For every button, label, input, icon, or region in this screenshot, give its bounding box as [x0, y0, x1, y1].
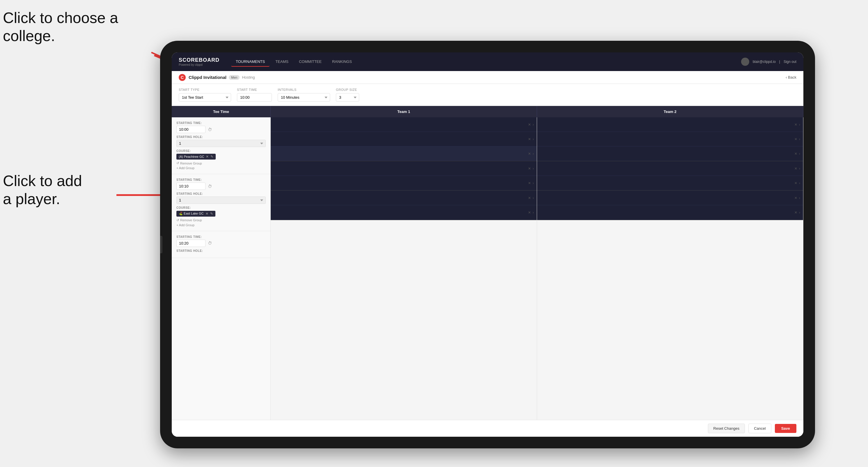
hole-select-1[interactable]: 1	[176, 140, 266, 147]
table-body: STARTING TIME: ⏱ STARTING HOLE: 1 COURSE…	[172, 117, 803, 420]
slot-chevron-icon[interactable]: ›	[533, 152, 534, 156]
slot-x-icon[interactable]: ✕	[528, 166, 531, 170]
team1-group3-slots: ✕ › ✕ ›	[271, 191, 537, 220]
slot-chevron-icon[interactable]: ›	[799, 152, 800, 156]
nav-brand-title: SCOREBOARD	[179, 57, 219, 63]
start-type-label: Start Type	[179, 88, 231, 91]
team2-g3-slot2[interactable]: ✕ ›	[537, 205, 803, 220]
nav-link-rankings[interactable]: RANKINGS	[328, 57, 356, 67]
tablet-shell: SCOREBOARD Powered by clippd TOURNAMENTS…	[160, 41, 815, 448]
nav-link-tournaments[interactable]: TOURNAMENTS	[231, 57, 270, 67]
tablet-screen: SCOREBOARD Powered by clippd TOURNAMENTS…	[172, 53, 803, 437]
slot-chevron-icon[interactable]: ›	[799, 196, 800, 200]
team2-group2-slots: ✕ › ✕ ›	[537, 161, 803, 191]
nav-separator: |	[779, 60, 780, 64]
time-input-1[interactable]	[176, 126, 206, 133]
clock-icon-2: ⏱	[208, 184, 212, 189]
add-group-btn-2[interactable]: + Add Group	[176, 223, 266, 227]
start-time-input[interactable]	[237, 93, 272, 102]
team2-g2-slot2[interactable]: ✕ ›	[537, 176, 803, 190]
slot-chevron-icon[interactable]: ›	[533, 137, 534, 141]
starting-time-label-3: STARTING TIME:	[176, 235, 266, 239]
remove-group-btn-2[interactable]: ↺ Remove Group	[176, 218, 266, 222]
course-tag-2: ⛳ East Lake GC ✕ ✎	[176, 211, 215, 217]
slot-x-icon[interactable]: ✕	[794, 166, 797, 170]
slot-chevron-icon[interactable]: ›	[799, 166, 800, 170]
sub-header-logo: C	[179, 74, 186, 81]
nav-link-teams[interactable]: TEAMS	[271, 57, 293, 67]
course-tag-row-1: (A) Peachtree GC ✕ ✎	[176, 154, 266, 160]
slot-x-icon[interactable]: ✕	[528, 152, 531, 156]
slot-x-icon[interactable]: ✕	[794, 152, 797, 156]
sign-out-link[interactable]: Sign out	[783, 60, 796, 64]
action-bar: Reset Changes Cancel Save	[172, 420, 803, 437]
course-edit-1[interactable]: ✎	[211, 155, 213, 159]
team2-column: ✕ › ✕ › ✕ ›	[537, 117, 803, 420]
time-input-3[interactable]	[176, 240, 206, 247]
tablet-side-button	[160, 236, 162, 253]
team1-g3-slot2[interactable]: ✕ ›	[271, 205, 537, 220]
team1-group1-slots: ✕ › ✕ › ✕ ›	[271, 117, 537, 161]
slot-x-icon[interactable]: ✕	[794, 211, 797, 215]
team1-g2-slot2[interactable]: ✕ ›	[271, 176, 537, 190]
slot-x-icon[interactable]: ✕	[528, 211, 531, 215]
remove-group-btn-1[interactable]: ↺ Remove Group	[176, 161, 266, 165]
cancel-button[interactable]: Cancel	[748, 424, 771, 433]
course-remove-1[interactable]: ✕	[206, 155, 209, 159]
intervals-select[interactable]: 10 Minutes	[278, 93, 330, 102]
slot-chevron-icon[interactable]: ›	[533, 123, 534, 127]
slot-chevron-icon[interactable]: ›	[799, 137, 800, 141]
nav-link-committee[interactable]: COMMITTEE	[294, 57, 326, 67]
team1-g1-slot2[interactable]: ✕ ›	[271, 132, 537, 147]
team1-g1-slot1[interactable]: ✕ ›	[271, 117, 537, 132]
time-field-row-3: ⏱	[176, 240, 266, 247]
controls-row: Start Type 1st Tee Start Start Time Inte…	[172, 84, 803, 106]
slot-chevron-icon[interactable]: ›	[533, 166, 534, 170]
tee-column: STARTING TIME: ⏱ STARTING HOLE: 1 COURSE…	[172, 117, 271, 420]
slot-x-icon[interactable]: ✕	[528, 137, 531, 141]
slot-chevron-icon[interactable]: ›	[533, 196, 534, 200]
time-field-row-1: ⏱	[176, 126, 266, 133]
start-type-select[interactable]: 1st Tee Start	[179, 93, 231, 102]
add-group-btn-1[interactable]: + Add Group	[176, 166, 266, 170]
back-button[interactable]: ‹ Back	[786, 75, 796, 80]
course-remove-2[interactable]: ✕	[206, 212, 209, 216]
team2-g2-slot1[interactable]: ✕ ›	[537, 161, 803, 176]
group-size-select[interactable]: 3	[336, 93, 359, 102]
starting-hole-label-2: STARTING HOLE:	[176, 192, 266, 195]
slot-chevron-icon[interactable]: ›	[799, 123, 800, 127]
team2-g3-slot1[interactable]: ✕ ›	[537, 191, 803, 205]
th-team2: Team 2	[537, 106, 803, 117]
reset-changes-button[interactable]: Reset Changes	[708, 424, 745, 433]
slot-chevron-icon[interactable]: ›	[799, 211, 800, 215]
team2-g1-slot1[interactable]: ✕ ›	[537, 117, 803, 132]
slot-chevron-icon[interactable]: ›	[533, 211, 534, 215]
starting-hole-label-1: STARTING HOLE:	[176, 135, 266, 138]
slot-chevron-icon[interactable]: ›	[799, 181, 800, 185]
slot-x-icon[interactable]: ✕	[528, 196, 531, 200]
tournament-tag: Hosting	[242, 75, 255, 80]
th-tee-time: Tee Time	[172, 106, 271, 117]
team2-g1-slot2[interactable]: ✕ ›	[537, 132, 803, 147]
slot-x-icon[interactable]: ✕	[528, 123, 531, 127]
time-input-2[interactable]	[176, 183, 206, 190]
slot-x-icon[interactable]: ✕	[794, 123, 797, 127]
team1-column: ✕ › ✕ › ✕ ›	[271, 117, 537, 420]
annotation-add-player: Click to add a player.	[3, 172, 82, 208]
course-tag-1: (A) Peachtree GC ✕ ✎	[176, 154, 216, 160]
slot-x-icon[interactable]: ✕	[794, 196, 797, 200]
slot-x-icon[interactable]: ✕	[528, 181, 531, 185]
tee-group-3: STARTING TIME: ⏱ STARTING HOLE:	[172, 231, 271, 258]
team2-g1-slot3[interactable]: ✕ ›	[537, 147, 803, 161]
slot-x-icon[interactable]: ✕	[794, 137, 797, 141]
save-button[interactable]: Save	[775, 424, 796, 433]
team1-g1-slot3[interactable]: ✕ ›	[271, 147, 537, 161]
starting-time-label-2: STARTING TIME:	[176, 178, 266, 181]
course-edit-2[interactable]: ✎	[210, 212, 213, 216]
team1-g2-slot1[interactable]: ✕ ›	[271, 161, 537, 176]
team1-group2-slots: ✕ › ✕ ›	[271, 161, 537, 191]
slot-x-icon[interactable]: ✕	[794, 181, 797, 185]
slot-chevron-icon[interactable]: ›	[533, 181, 534, 185]
hole-select-2[interactable]: 1	[176, 196, 266, 204]
team1-g3-slot1[interactable]: ✕ ›	[271, 191, 537, 205]
